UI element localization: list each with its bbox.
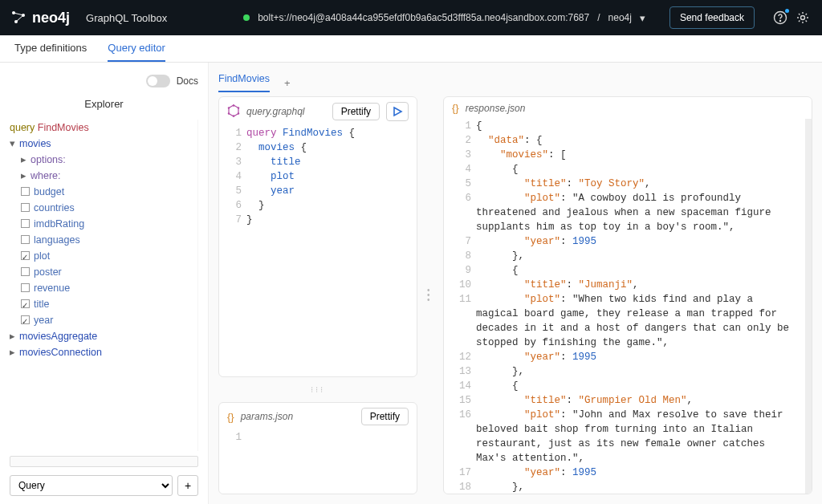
explorer-title: Explorer xyxy=(10,98,198,110)
graphql-icon xyxy=(227,104,240,120)
query-editor-card: query.graphql Prettify 1query FindMovies… xyxy=(218,96,417,377)
response-panel: {} response.json 1{2 "data": {3 "movies"… xyxy=(443,96,812,494)
editor-filename: query.graphql xyxy=(246,106,305,117)
field-checkbox[interactable] xyxy=(21,235,30,244)
svg-line-4 xyxy=(16,15,23,22)
notification-dot-icon xyxy=(785,9,789,13)
horizontal-scrollbar[interactable] xyxy=(10,456,198,467)
type-movies-connection[interactable]: moviesConnection xyxy=(19,347,102,358)
svg-point-10 xyxy=(238,107,239,108)
work-area: FindMovies + query.graphql Prettify xyxy=(209,63,822,504)
connection-db: neo4j xyxy=(608,12,632,23)
logo-dots-icon xyxy=(11,10,26,25)
field-checkbox[interactable] xyxy=(21,203,30,212)
field-checkbox[interactable] xyxy=(21,299,30,308)
field-checkbox[interactable] xyxy=(21,283,30,292)
main-tabs: Type definitions Query editor xyxy=(0,35,822,63)
field-checkbox[interactable] xyxy=(21,187,30,196)
explorer-tree[interactable]: query FindMovies movies options: where: … xyxy=(10,120,198,451)
field-checkbox[interactable] xyxy=(21,267,30,276)
json-icon: {} xyxy=(227,411,234,423)
where-arg[interactable]: where: xyxy=(31,170,61,181)
add-operation-button[interactable]: + xyxy=(177,475,198,496)
docs-label: Docs xyxy=(177,75,198,87)
response-filename: response.json xyxy=(466,103,526,114)
svg-point-12 xyxy=(233,115,234,116)
docs-toggle[interactable] xyxy=(146,75,170,87)
help-icon[interactable] xyxy=(772,10,788,26)
svg-point-13 xyxy=(228,112,230,114)
field-checkbox[interactable] xyxy=(21,315,30,324)
explorer-sidebar: Docs Explorer query FindMovies movies op… xyxy=(0,63,209,504)
send-feedback-button[interactable]: Send feedback xyxy=(669,6,755,29)
vertical-resize-handle[interactable]: ⁝⁝⁝ xyxy=(218,385,417,394)
main-area: Docs Explorer query FindMovies movies op… xyxy=(0,63,822,504)
prettify-params-button[interactable]: Prettify xyxy=(361,408,409,425)
svg-point-11 xyxy=(238,112,239,114)
chevron-right-icon[interactable] xyxy=(21,168,29,184)
vertical-scrollbar[interactable] xyxy=(805,119,812,494)
chevron-right-icon[interactable] xyxy=(21,152,29,168)
svg-marker-8 xyxy=(229,105,238,116)
neo4j-logo: neo4j xyxy=(11,10,70,26)
horizontal-resize-handle[interactable]: ••• xyxy=(427,288,433,303)
connection-selector[interactable]: bolt+s://neo4j@a408a44ca955efdf0b9a6ac5d… xyxy=(243,12,645,24)
operation-select[interactable]: Query xyxy=(10,475,173,496)
query-code-area[interactable]: 1query FindMovies {2 movies {3 title4 pl… xyxy=(219,126,417,376)
chevron-right-icon[interactable] xyxy=(10,344,18,360)
type-movies[interactable]: movies xyxy=(19,138,51,149)
svg-point-9 xyxy=(233,104,234,106)
type-movies-aggregate[interactable]: moviesAggregate xyxy=(19,331,97,342)
chevron-down-icon: ▾ xyxy=(640,12,645,24)
editor-tab-findmovies[interactable]: FindMovies xyxy=(218,73,270,92)
svg-point-7 xyxy=(801,16,805,20)
settings-icon[interactable] xyxy=(795,10,811,26)
connection-status-dot-icon xyxy=(243,14,250,21)
app-header: neo4j GraphQL Toolbox bolt+s://neo4j@a40… xyxy=(0,0,822,35)
editor-tabs: FindMovies + xyxy=(218,69,812,96)
options-arg[interactable]: options: xyxy=(31,154,66,165)
params-filename: params.json xyxy=(241,411,293,422)
editor-column: query.graphql Prettify 1query FindMovies… xyxy=(218,96,417,494)
connection-url: bolt+s://neo4j@a408a44ca955efdf0b9a6ac5d… xyxy=(258,12,589,23)
prettify-query-button[interactable]: Prettify xyxy=(332,103,380,120)
params-code-area[interactable]: 1 xyxy=(219,430,417,494)
json-icon: {} xyxy=(452,102,459,114)
svg-line-3 xyxy=(14,13,23,15)
logo-text: neo4j xyxy=(32,10,70,26)
chevron-right-icon[interactable] xyxy=(10,328,18,344)
response-code-area[interactable]: 1{2 "data": {3 "movies": [4 {5 "title": … xyxy=(444,119,805,494)
run-query-button[interactable] xyxy=(386,102,409,121)
chevron-down-icon[interactable] xyxy=(10,136,18,152)
field-checkbox[interactable] xyxy=(21,251,30,260)
svg-point-6 xyxy=(779,20,780,21)
tab-type-definitions[interactable]: Type definitions xyxy=(14,42,87,62)
field-checkbox[interactable] xyxy=(21,219,30,228)
connection-sep: / xyxy=(597,12,600,23)
svg-point-14 xyxy=(228,107,230,108)
params-editor-card: {} params.json Prettify 1 xyxy=(218,402,417,494)
app-title: GraphQL Toolbox xyxy=(86,12,167,24)
add-tab-button[interactable]: + xyxy=(284,77,291,89)
tab-query-editor[interactable]: Query editor xyxy=(108,42,165,62)
